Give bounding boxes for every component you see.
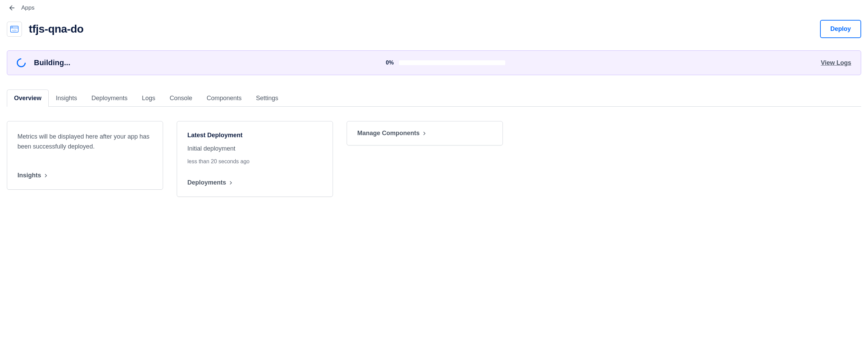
deployments-link-label: Deployments (187, 179, 226, 186)
insights-link-label: Insights (17, 172, 41, 179)
latest-deployment-card: Latest Deployment Initial deployment les… (177, 121, 333, 197)
tab-deployments[interactable]: Deployments (84, 90, 135, 107)
metrics-card: Metrics will be displayed here after you… (7, 121, 163, 190)
svg-text:</>: </> (12, 29, 17, 32)
tabs: Overview Insights Deployments Logs Conso… (7, 90, 861, 107)
title-group: </> tfjs-qna-do (7, 22, 84, 37)
chevron-right-icon (422, 131, 427, 136)
chevron-right-icon (228, 180, 234, 186)
breadcrumb: Apps (7, 4, 861, 12)
progress-bar (399, 60, 505, 65)
progress-section: 0% (78, 60, 813, 66)
header-row: </> tfjs-qna-do Deploy (7, 20, 861, 38)
manage-components-card: Manage Components (347, 121, 503, 145)
spinner-icon (15, 57, 28, 69)
svg-point-3 (11, 27, 12, 27)
tab-overview[interactable]: Overview (7, 90, 49, 107)
build-status-bar: Building... 0% View Logs (7, 50, 861, 75)
svg-point-4 (12, 27, 13, 27)
tab-settings[interactable]: Settings (249, 90, 285, 107)
back-arrow-icon[interactable] (8, 4, 16, 12)
view-logs-link[interactable]: View Logs (821, 59, 851, 67)
progress-percent: 0% (386, 60, 394, 66)
metrics-placeholder-text: Metrics will be displayed here after you… (17, 132, 152, 152)
deployments-link[interactable]: Deployments (187, 179, 322, 186)
manage-components-link-label: Manage Components (357, 130, 420, 137)
tab-components[interactable]: Components (199, 90, 249, 107)
tab-console[interactable]: Console (162, 90, 199, 107)
chevron-right-icon (43, 173, 49, 178)
insights-link[interactable]: Insights (17, 172, 152, 179)
deployment-name: Initial deployment (187, 145, 322, 152)
build-status-text: Building... (34, 58, 70, 67)
deploy-button[interactable]: Deploy (820, 20, 861, 38)
tab-logs[interactable]: Logs (135, 90, 162, 107)
tab-insights[interactable]: Insights (49, 90, 84, 107)
breadcrumb-link[interactable]: Apps (21, 4, 35, 11)
manage-components-link[interactable]: Manage Components (357, 130, 492, 137)
deployment-time: less than 20 seconds ago (187, 158, 322, 165)
latest-deployment-title: Latest Deployment (187, 132, 322, 139)
app-title: tfjs-qna-do (29, 23, 84, 35)
cards-row: Metrics will be displayed here after you… (7, 121, 861, 197)
app-icon: </> (7, 22, 22, 37)
